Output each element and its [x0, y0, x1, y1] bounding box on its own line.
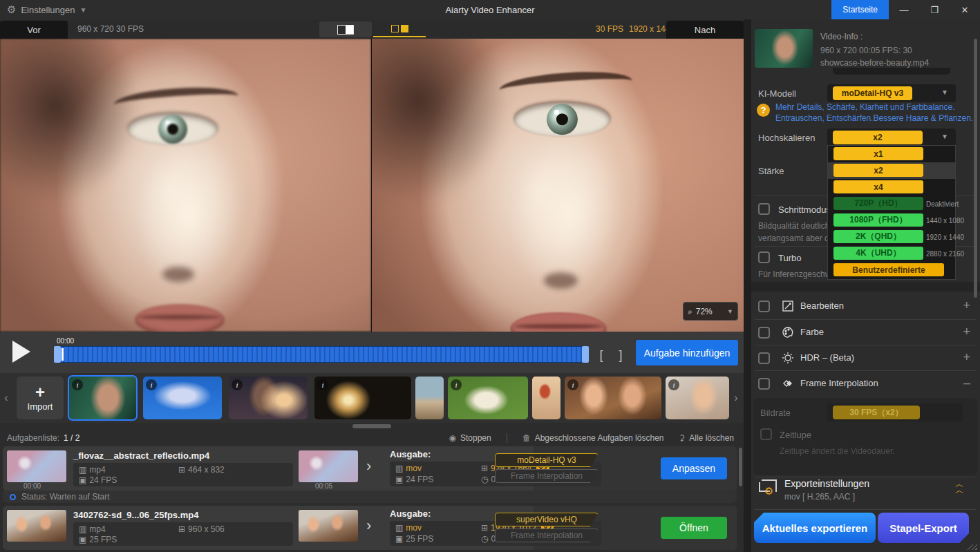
task-list-label: Aufgabenliste: — [7, 433, 59, 443]
export-settings-title[interactable]: Exporteinstellungen — [784, 478, 869, 489]
zeitlupe-checkbox — [760, 428, 772, 440]
trim-handle-left[interactable] — [54, 346, 61, 363]
strip-scroll-left[interactable]: ‹ — [1, 390, 11, 406]
turbo-checkbox[interactable] — [758, 251, 770, 263]
model-tag: superVideo vHQ — [495, 513, 599, 526]
frames-layers-icon — [781, 377, 795, 390]
add-task-button[interactable]: Aufgabe hinzufügen — [636, 340, 738, 365]
expand-button[interactable]: + — [963, 350, 970, 365]
chevron-double-up-icon[interactable]: ︿︿ — [955, 481, 964, 493]
viewmode-split-button[interactable] — [319, 21, 372, 37]
import-button[interactable]: + Import — [17, 377, 64, 419]
media-thumbnail[interactable] — [415, 377, 444, 419]
stepmode-desc2: verlangsamt aber die — [758, 234, 836, 243]
expand-button[interactable]: + — [963, 325, 970, 339]
media-thumbnail[interactable] — [532, 377, 560, 419]
bearbeiten-checkbox[interactable] — [758, 301, 770, 312]
stop-icon: ◉ — [449, 433, 455, 443]
task-row[interactable]: 00:00 _flovaz__abstract_reflectio.mp4 ▥m… — [3, 446, 737, 491]
task-row[interactable]: 3402762-sd_9...06_25fps.mp4 ▥mp4 ⊞960 x … — [3, 506, 737, 550]
export-batch-button[interactable]: Stapel-Export — [878, 513, 969, 543]
clear-all-button[interactable]: ⚳ Alle löschen — [679, 433, 734, 443]
timeline-slider[interactable] — [54, 346, 589, 363]
strip-scroll-right[interactable]: › — [731, 390, 741, 406]
upscale-option-2k[interactable]: 2K（QHD） 1920 x 1440 — [828, 229, 955, 245]
expand-button[interactable]: + — [963, 298, 970, 313]
after-preview-image[interactable] — [372, 39, 744, 332]
trim-handle-right[interactable] — [582, 346, 589, 363]
media-thumbnail[interactable]: i — [448, 377, 528, 419]
gear-icon: ⚙ — [764, 485, 773, 497]
adjust-button[interactable]: Anpassen — [661, 457, 727, 479]
frame-interp-checkbox[interactable] — [758, 378, 770, 390]
clear-completed-button[interactable]: 🗑 Abgeschlossene Aufgaben löschen — [522, 433, 664, 443]
media-thumbnail[interactable]: i — [314, 377, 411, 419]
collapse-button[interactable]: – — [963, 376, 970, 390]
zoom-control[interactable]: ⌕ 72% ▼ — [683, 302, 738, 321]
farbe-checkbox[interactable] — [758, 327, 770, 339]
info-icon[interactable]: i — [232, 379, 243, 390]
option-resolution: 1920 x 1440 — [926, 234, 964, 241]
export-current-button[interactable]: Aktuelles exportieren — [754, 513, 876, 543]
upscale-value[interactable]: x2 — [833, 131, 923, 144]
task-list-header: Aufgabenliste: 1 / 2 ◉ Stoppen 🗑 Abgesch… — [0, 430, 744, 446]
info-icon[interactable]: i — [317, 379, 328, 390]
trash-icon: 🗑 — [522, 433, 531, 443]
info-icon[interactable]: i — [567, 379, 578, 390]
media-thumbnail[interactable]: i — [229, 377, 308, 419]
hdr-checkbox[interactable] — [758, 352, 770, 364]
info-icon[interactable]: i — [146, 379, 157, 390]
help-icon[interactable]: ? — [757, 104, 770, 117]
media-thumbnail[interactable]: i — [565, 377, 661, 419]
close-button[interactable]: ✕ — [950, 0, 980, 19]
export-settings-format: mov [ H.265, AAC ] — [784, 492, 855, 502]
info-icon[interactable]: i — [668, 379, 679, 390]
upscale-option-4k[interactable]: 4K（UHD） 2880 x 2160 — [828, 245, 955, 262]
section-farbe[interactable]: Farbe + — [751, 320, 980, 345]
media-thumbnail[interactable]: i — [666, 377, 729, 419]
split-view-icon — [337, 25, 354, 35]
media-thumbnail[interactable]: i — [143, 377, 222, 419]
info-icon[interactable]: i — [72, 379, 83, 390]
stepmode-checkbox[interactable] — [758, 203, 770, 215]
magnifier-icon: ⌕ — [688, 307, 692, 316]
viewmode-sidebyside-button[interactable] — [373, 21, 426, 37]
output-label: Ausgabe: — [390, 508, 431, 519]
zeitlupe-label: Zeitlupe — [780, 430, 811, 440]
hdr-sun-icon — [781, 351, 795, 365]
tab-before[interactable]: Vor — [0, 21, 68, 39]
home-button[interactable]: Startseite — [831, 0, 889, 19]
minimize-button[interactable]: — — [889, 0, 919, 19]
edit-icon — [781, 299, 795, 313]
stop-button[interactable]: ◉ Stoppen — [449, 433, 491, 443]
resolution-icon: ⊞ — [178, 524, 185, 534]
section-frame-interpolation[interactable]: Frame Interpolation – — [751, 371, 980, 397]
media-strip: ‹ + Import i i i i i i i › — [0, 373, 744, 423]
upscale-option-custom[interactable]: Benutzerdefinierte — [828, 262, 955, 278]
mark-in-button[interactable]: [ — [594, 347, 608, 363]
open-button[interactable]: Öffnen — [661, 517, 727, 539]
tab-after[interactable]: Nach — [666, 21, 744, 39]
ki-model-value[interactable]: moDetail-HQ v3 — [833, 86, 912, 100]
chevron-down-icon: ▼ — [941, 133, 948, 140]
maximize-button[interactable]: ❐ — [919, 0, 950, 19]
preview-header: Vor 960 x 720 30 FPS 30 FPS 1920 x 1440 … — [0, 19, 744, 39]
pane-divider — [371, 39, 372, 332]
upscale-option-x2-selected[interactable]: x2 — [828, 162, 955, 179]
sidebar-scrollbar[interactable] — [974, 39, 977, 298]
upscale-option-x4[interactable]: x4 — [828, 179, 955, 196]
playhead[interactable] — [62, 348, 64, 361]
play-button[interactable] — [12, 341, 30, 363]
status-dot-icon — [10, 494, 16, 500]
task-scrollbar[interactable] — [739, 448, 742, 486]
upscale-option-x1[interactable]: x1 — [828, 146, 955, 162]
upscale-option-1080p[interactable]: 1080P（FHD） 1440 x 1080 — [828, 212, 955, 229]
section-hdr[interactable]: HDR – (Beta) + — [751, 345, 980, 371]
section-bearbeiten[interactable]: Bearbeiten + — [751, 294, 980, 319]
mark-out-button[interactable]: ] — [614, 347, 628, 363]
film-icon: ▥ — [79, 524, 86, 534]
info-icon[interactable]: i — [451, 379, 462, 390]
panel-resize-handle[interactable] — [352, 424, 391, 428]
media-thumbnail-selected[interactable]: i — [69, 377, 136, 419]
before-preview-image[interactable] — [0, 39, 371, 332]
